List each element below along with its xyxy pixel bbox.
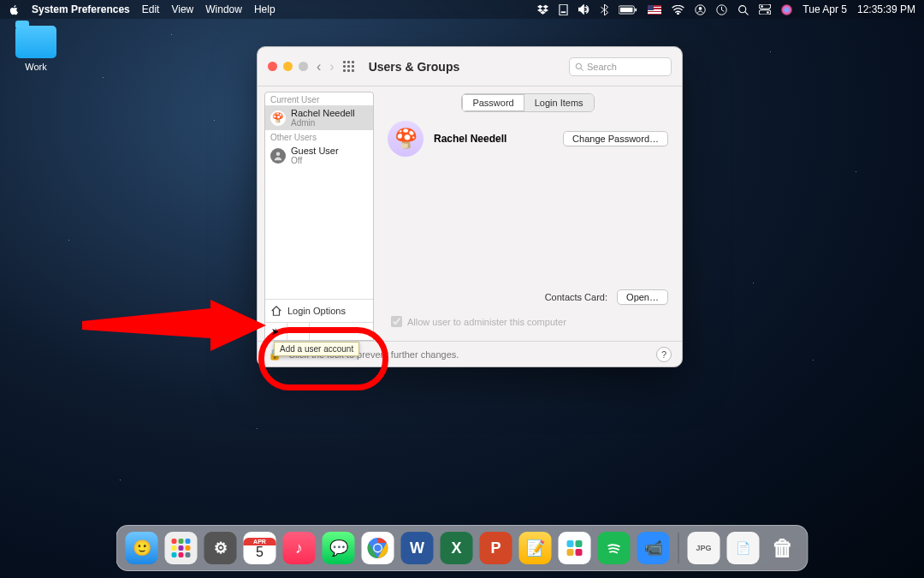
dock-app-zoom[interactable]: 📹 <box>637 532 670 564</box>
open-contacts-button[interactable]: Open… <box>617 289 668 305</box>
change-password-button[interactable]: Change Password… <box>563 131 668 146</box>
user-sidebar: Current User 🍄 Rachel Needell Admin Othe… <box>264 92 374 341</box>
menu-edit[interactable]: Edit <box>142 3 160 15</box>
contacts-label: Contacts Card: <box>545 292 607 302</box>
svg-rect-9 <box>760 4 772 9</box>
user-role: Off <box>291 156 339 165</box>
svg-rect-4 <box>636 8 637 11</box>
sidebar-user-current[interactable]: 🍄 Rachel Needell Admin <box>265 105 373 130</box>
control-center-icon[interactable] <box>759 4 771 15</box>
dock-app-spotify[interactable] <box>598 532 631 564</box>
wifi-icon[interactable] <box>672 5 684 15</box>
menu-window[interactable]: Window <box>205 3 242 15</box>
dock-app-music[interactable]: ♪ <box>283 532 316 564</box>
avatar-icon: 🍄 <box>270 110 286 126</box>
tab-bar: Password Login Items <box>388 93 668 112</box>
tab-password[interactable]: Password <box>462 94 524 111</box>
add-user-tooltip: Add a user account <box>274 342 359 356</box>
dock-app-finder[interactable]: 🙂 <box>126 532 158 564</box>
zoom-button[interactable] <box>299 62 308 71</box>
svg-point-18 <box>374 545 381 551</box>
dock-app-messages[interactable]: 💬 <box>323 532 355 564</box>
dock-app-launchpad[interactable] <box>165 532 198 564</box>
menu-view[interactable]: View <box>171 3 193 15</box>
dock-trash[interactable]: 🗑 <box>767 532 799 564</box>
dock-app-settings[interactable]: ⚙ <box>204 532 237 564</box>
search-field[interactable]: Search <box>569 57 672 76</box>
dock-app-excel[interactable]: X <box>441 532 473 564</box>
login-options-label: Login Options <box>287 306 346 316</box>
dropbox-icon[interactable] <box>537 4 548 15</box>
add-remove-row: + ➤ Add a user account − <box>265 322 373 340</box>
sidebar-user-guest[interactable]: Guest User Off <box>265 143 373 168</box>
menubar: System Preferences Edit View Window Help… <box>0 0 924 19</box>
spotlight-icon[interactable] <box>737 4 749 15</box>
home-icon <box>270 305 282 317</box>
dock-file-doc[interactable]: 📄 <box>727 532 760 564</box>
search-icon <box>575 63 583 71</box>
forward-button[interactable]: › <box>329 59 334 74</box>
contacts-row: Contacts Card: Open… <box>374 289 668 305</box>
dock-file-jpg[interactable]: JPG <box>688 532 720 564</box>
menubar-time[interactable]: 12:35:39 PM <box>857 3 915 15</box>
desktop-folder-work[interactable]: Work <box>12 26 60 72</box>
admin-checkbox-row: Allow user to administer this computer <box>391 316 566 327</box>
dock-app-word[interactable]: W <box>401 532 434 564</box>
profile-name: Rachel Needell <box>434 133 506 145</box>
svg-point-6 <box>699 7 702 10</box>
svg-rect-3 <box>620 7 633 12</box>
menubar-date[interactable]: Tue Apr 5 <box>803 3 847 15</box>
dock-app-notes[interactable]: 📝 <box>519 532 552 564</box>
svg-point-10 <box>761 5 764 8</box>
minimize-button[interactable] <box>283 62 293 71</box>
admin-checkbox-label: Allow user to administer this computer <box>407 317 566 327</box>
profile-avatar[interactable]: 🍄 <box>388 121 424 157</box>
menu-extra-icon[interactable] <box>559 4 568 15</box>
main-pane: Password Login Items 🍄 Rachel Needell Ch… <box>374 86 682 341</box>
users-groups-window: ‹ › Users & Groups Search Current User 🍄… <box>257 46 683 367</box>
dock: 🙂 ⚙ APR5 ♪ 💬 W X P 📝 📹 JPG 📄 🗑 <box>116 525 808 571</box>
battery-icon[interactable] <box>619 5 637 15</box>
login-options-row[interactable]: Login Options <box>265 299 373 322</box>
svg-point-12 <box>767 11 770 14</box>
dock-app-powerpoint[interactable]: P <box>480 532 512 564</box>
user-name: Rachel Needell <box>291 108 355 118</box>
bluetooth-icon[interactable] <box>601 4 608 15</box>
menubar-app-name[interactable]: System Preferences <box>32 3 130 15</box>
close-button[interactable] <box>268 62 277 71</box>
apple-menu-icon[interactable] <box>9 4 20 15</box>
window-title: Users & Groups <box>369 60 460 74</box>
menu-help[interactable]: Help <box>254 3 275 15</box>
dock-app-slack[interactable] <box>559 532 591 564</box>
siri-icon[interactable] <box>781 4 792 15</box>
user-name: Guest User <box>291 146 339 156</box>
svg-point-8 <box>739 5 746 12</box>
back-button[interactable]: ‹ <box>317 59 321 74</box>
user-icon[interactable] <box>695 4 706 15</box>
traffic-lights <box>268 62 308 71</box>
remove-user-button[interactable]: − <box>287 323 310 340</box>
help-button[interactable]: ? <box>656 347 672 362</box>
annotation-arrow <box>82 300 270 351</box>
clock-icon[interactable] <box>716 4 727 15</box>
profile-row: 🍄 Rachel Needell Change Password… <box>388 121 668 157</box>
svg-marker-15 <box>82 300 266 351</box>
folder-label: Work <box>12 62 60 72</box>
svg-rect-1 <box>561 11 566 13</box>
sidebar-header-current: Current User <box>265 92 373 105</box>
dock-app-calendar[interactable]: APR5 <box>244 532 276 564</box>
show-all-icon[interactable] <box>343 61 355 73</box>
sidebar-header-other: Other Users <box>265 130 373 143</box>
dock-separator <box>678 533 679 563</box>
folder-icon <box>15 26 56 58</box>
tab-login-items[interactable]: Login Items <box>524 94 594 111</box>
svg-rect-0 <box>560 4 567 15</box>
flag-us-icon[interactable] <box>648 5 661 15</box>
nav-arrows: ‹ › <box>317 59 335 74</box>
avatar-icon <box>270 148 286 164</box>
dock-app-chrome[interactable] <box>362 532 394 564</box>
add-user-button[interactable]: + ➤ Add a user account <box>265 323 287 340</box>
cursor-icon: ➤ <box>271 326 279 337</box>
volume-icon[interactable] <box>578 4 590 15</box>
titlebar: ‹ › Users & Groups Search <box>258 47 682 86</box>
